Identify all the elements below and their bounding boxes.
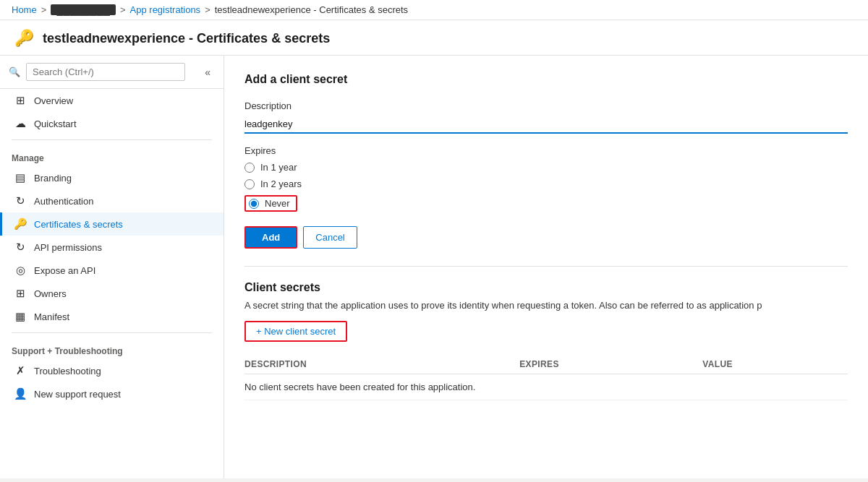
sidebar-item-overview[interactable]: ⊞ Overview bbox=[0, 89, 224, 112]
sidebar-divider-1 bbox=[12, 139, 212, 140]
search-input[interactable] bbox=[26, 63, 185, 81]
support-section-label: Support + Troubleshooting bbox=[0, 337, 224, 359]
sidebar-item-label: Authentication bbox=[34, 196, 93, 207]
sidebar-item-label: Expose an API bbox=[34, 265, 95, 276]
cancel-button[interactable]: Cancel bbox=[303, 226, 357, 249]
troubleshooting-icon: ✗ bbox=[14, 364, 27, 377]
expose-api-icon: ◎ bbox=[14, 264, 27, 277]
sidebar-item-expose-api[interactable]: ◎ Expose an API bbox=[0, 259, 224, 282]
page-header: 🔑 testleadnewexperience - Certificates &… bbox=[0, 20, 868, 56]
sidebar-item-label: API permissions bbox=[34, 242, 102, 253]
add-button[interactable]: Add bbox=[244, 226, 297, 249]
expires-1year[interactable]: In 1 year bbox=[244, 162, 848, 173]
expires-2years[interactable]: In 2 years bbox=[244, 178, 848, 189]
sidebar-item-label: Overview bbox=[34, 95, 73, 106]
sidebar-item-owners[interactable]: ⊞ Owners bbox=[0, 282, 224, 305]
table-row-empty: No client secrets have been created for … bbox=[244, 374, 848, 400]
api-permissions-icon: ↻ bbox=[14, 241, 27, 254]
action-buttons: Add Cancel bbox=[244, 226, 848, 249]
sidebar-item-authentication[interactable]: ↻ Authentication bbox=[0, 189, 224, 212]
key-icon: 🔑 bbox=[14, 29, 34, 48]
expires-never-label: Never bbox=[265, 198, 290, 209]
manifest-icon: ▦ bbox=[14, 310, 27, 323]
breadcrumb-masked: ████████ bbox=[51, 4, 116, 15]
owners-icon: ⊞ bbox=[14, 287, 27, 300]
support-request-icon: 👤 bbox=[14, 387, 27, 400]
radio-2years[interactable] bbox=[244, 179, 255, 189]
sidebar-item-label: Branding bbox=[34, 173, 72, 184]
client-secrets-desc: A secret string that the application use… bbox=[244, 300, 848, 311]
add-secret-title: Add a client secret bbox=[244, 73, 848, 86]
sidebar-item-label: Certificates & secrets bbox=[34, 219, 123, 230]
sidebar-divider-2 bbox=[12, 332, 212, 333]
sidebar-item-quickstart[interactable]: ☁ Quickstart bbox=[0, 112, 224, 135]
secrets-table: DESCRIPTION EXPIRES VALUE No client secr… bbox=[244, 355, 848, 400]
sidebar-item-api-permissions[interactable]: ↻ API permissions bbox=[0, 236, 224, 259]
expires-2years-label: In 2 years bbox=[260, 178, 302, 189]
sidebar-item-label: Manifest bbox=[34, 311, 69, 322]
radio-1year[interactable] bbox=[244, 163, 255, 173]
sidebar: 🔍 « ⊞ Overview ☁ Quickstart Manage ▤ Bra… bbox=[0, 56, 224, 478]
col-expires: EXPIRES bbox=[519, 355, 702, 374]
section-divider bbox=[244, 266, 848, 267]
never-wrapper: Never bbox=[244, 195, 297, 212]
description-group: Description bbox=[244, 100, 848, 134]
description-input[interactable] bbox=[244, 116, 848, 134]
client-secrets-title: Client secrets bbox=[244, 281, 848, 294]
authentication-icon: ↻ bbox=[14, 194, 27, 207]
expires-never[interactable]: Never bbox=[244, 195, 848, 212]
expires-radio-group: In 1 year In 2 years Never bbox=[244, 162, 848, 212]
page-title: testleadnewexperience - Certificates & s… bbox=[43, 31, 330, 46]
sidebar-item-certificates[interactable]: 🔑 Certificates & secrets bbox=[0, 212, 224, 236]
no-secrets-message: No client secrets have been created for … bbox=[244, 374, 848, 400]
breadcrumb-home[interactable]: Home bbox=[12, 4, 37, 15]
expires-label: Expires bbox=[244, 145, 848, 156]
sidebar-item-label: Quickstart bbox=[34, 119, 77, 129]
sidebar-item-manifest[interactable]: ▦ Manifest bbox=[0, 305, 224, 328]
branding-icon: ▤ bbox=[14, 171, 27, 184]
sidebar-item-new-support[interactable]: 👤 New support request bbox=[0, 382, 224, 405]
sidebar-search-container: 🔍 « bbox=[0, 56, 224, 89]
search-icon: 🔍 bbox=[9, 66, 20, 77]
expires-group: Expires In 1 year In 2 years Never bbox=[244, 145, 848, 212]
breadcrumb-current: testleadnewexperience - Certificates & s… bbox=[215, 4, 408, 15]
sidebar-item-label: New support request bbox=[34, 389, 121, 400]
overview-icon: ⊞ bbox=[14, 94, 27, 107]
collapse-button[interactable]: « bbox=[200, 65, 215, 79]
breadcrumb: Home > ████████ > App registrations > te… bbox=[0, 0, 868, 20]
sidebar-item-troubleshooting[interactable]: ✗ Troubleshooting bbox=[0, 359, 224, 382]
quickstart-icon: ☁ bbox=[14, 117, 27, 130]
certificates-icon: 🔑 bbox=[14, 218, 27, 231]
expires-1year-label: In 1 year bbox=[260, 162, 297, 173]
sidebar-item-label: Troubleshooting bbox=[34, 366, 101, 376]
new-client-secret-button[interactable]: + New client secret bbox=[244, 321, 347, 342]
sidebar-item-branding[interactable]: ▤ Branding bbox=[0, 166, 224, 189]
radio-never[interactable] bbox=[249, 199, 259, 209]
sidebar-item-label: Owners bbox=[34, 288, 67, 299]
main-content: Add a client secret Description Expires … bbox=[224, 56, 868, 478]
col-value: VALUE bbox=[702, 355, 848, 374]
col-description: DESCRIPTION bbox=[244, 355, 519, 374]
breadcrumb-app-registrations[interactable]: App registrations bbox=[130, 4, 201, 15]
manage-section-label: Manage bbox=[0, 145, 224, 166]
description-label: Description bbox=[244, 100, 848, 111]
